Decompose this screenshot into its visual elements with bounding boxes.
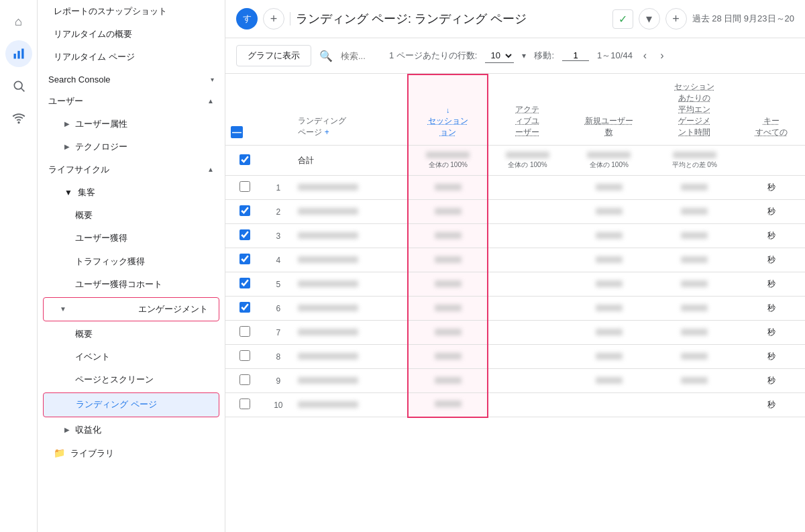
- total-label: 合計: [298, 156, 314, 165]
- engagement-section-header[interactable]: ▼ エンゲージメント: [44, 298, 219, 321]
- row4-checkbox[interactable]: [239, 254, 250, 264]
- row6-cb-cell[interactable]: [225, 297, 264, 321]
- sidebar-item-acq-overview[interactable]: 概要: [38, 204, 225, 227]
- next-page-button[interactable]: ›: [657, 47, 666, 64]
- total-num-cell: [264, 146, 292, 176]
- sidebar-item-monetization[interactable]: ▶ 収益化: [38, 419, 225, 441]
- total-new-pct: 全体の 100%: [572, 160, 646, 170]
- sidebar-item-realtime-page[interactable]: リアルタイム ページ: [38, 46, 225, 68]
- search-input[interactable]: [341, 51, 381, 61]
- row10-cb-cell[interactable]: [225, 393, 264, 417]
- row1-sessions-cell: [408, 176, 488, 200]
- row2-num: 2: [264, 200, 292, 224]
- row5-page-cell: [292, 272, 408, 297]
- row6-key-cell: 秒: [738, 297, 805, 321]
- expand-mon: ▶: [64, 425, 70, 435]
- sidebar-item-landing-page[interactable]: ランディング ページ: [44, 393, 219, 416]
- sidebar-item-acquisition[interactable]: ▼ 集客: [38, 181, 225, 204]
- monetization-label: 収益化: [75, 424, 101, 436]
- sidebar-item-cohort[interactable]: ユーザー獲得コホート: [38, 273, 225, 296]
- row9-checkbox[interactable]: [239, 374, 250, 385]
- antenna-icon[interactable]: [5, 105, 32, 131]
- landing-page-item-highlighted[interactable]: ランディング ページ: [43, 392, 219, 417]
- col-header-engagement[interactable]: セッションあたりの平均エンゲージメント時間: [651, 74, 738, 146]
- row6-new-cell: [567, 297, 651, 321]
- total-checkbox-cell[interactable]: [225, 146, 264, 176]
- row2-new-bar: [596, 208, 623, 215]
- add-report-button[interactable]: +: [263, 8, 284, 30]
- row1-checkbox[interactable]: [239, 181, 250, 192]
- engagement-label: エンゲージメント: [138, 303, 208, 315]
- search-console-section[interactable]: Search Console ▾: [38, 69, 225, 90]
- user-section-header[interactable]: ユーザー ▲: [38, 90, 225, 113]
- sidebar-item-technology[interactable]: ▶ テクノロジー: [38, 136, 225, 158]
- svg-rect-0: [13, 54, 15, 59]
- sidebar: レポートのスナップショット リアルタイムの概要 リアルタイム ページ Searc…: [38, 0, 225, 532]
- row6-sessions-bar: [435, 305, 462, 311]
- row7-cb-cell[interactable]: [225, 321, 264, 345]
- sidebar-item-realtime-overview[interactable]: リアルタイムの概要: [38, 23, 225, 46]
- row5-cb-cell[interactable]: [225, 272, 264, 297]
- row7-checkbox[interactable]: [239, 326, 250, 337]
- sidebar-item-user-acquisition[interactable]: ユーザー獲得: [38, 227, 225, 250]
- home-icon[interactable]: ⌂: [5, 8, 32, 35]
- sidebar-item-pages-screens[interactable]: ページとスクリーン: [38, 368, 225, 391]
- row2-key-cell: 秒: [738, 200, 805, 224]
- row4-cb-cell[interactable]: [225, 248, 264, 272]
- row9-active-cell: [488, 369, 566, 393]
- search-circle-icon[interactable]: [5, 72, 32, 99]
- sidebar-item-traffic[interactable]: トラフィック獲得: [38, 250, 225, 273]
- row9-cb-cell[interactable]: [225, 369, 264, 393]
- sidebar-item-user-attr[interactable]: ▶ ユーザー属性: [38, 113, 225, 136]
- col-header-active-users[interactable]: アクティブユーザー: [488, 74, 566, 146]
- row4-new-bar: [596, 256, 623, 263]
- sidebar-item-events[interactable]: イベント: [38, 345, 225, 368]
- row3-checkbox[interactable]: [239, 229, 250, 240]
- lifecycle-section-header[interactable]: ライフサイクル ▲: [38, 158, 225, 181]
- row2-cb-cell[interactable]: [225, 200, 264, 224]
- add-date-button[interactable]: ▾: [639, 8, 660, 30]
- select-all-checkbox[interactable]: —: [231, 126, 243, 138]
- graph-button[interactable]: グラフに表示: [236, 45, 311, 66]
- col-header-new-users[interactable]: 新規ユーザー数: [567, 74, 651, 146]
- expand-arrow: ▶: [64, 119, 70, 129]
- bar-chart-icon[interactable]: [5, 40, 32, 67]
- move-input[interactable]: [562, 50, 589, 61]
- row8-new-bar: [596, 353, 623, 360]
- row1-page-bar: [298, 184, 358, 191]
- total-row: 合計 全体の 100% 全体の 100% 全体の 100%: [225, 146, 805, 176]
- row6-eng-bar: [681, 305, 708, 311]
- row6-checkbox[interactable]: [239, 302, 250, 313]
- row5-checkbox[interactable]: [239, 278, 250, 288]
- row1-eng-bar: [681, 184, 708, 191]
- row10-page-bar: [298, 401, 358, 408]
- add-comparison-button[interactable]: +: [665, 8, 687, 30]
- lifecycle-arrow: ▲: [207, 166, 214, 173]
- row2-sessions-cell: [408, 200, 488, 224]
- total-checkbox[interactable]: [239, 154, 250, 165]
- row10-checkbox[interactable]: [239, 398, 250, 409]
- col-header-sessions[interactable]: ↓ セッションョン: [408, 74, 488, 146]
- row2-checkbox[interactable]: [239, 205, 250, 216]
- icon-rail: ⌂: [0, 0, 38, 532]
- row3-cb-cell[interactable]: [225, 224, 264, 248]
- sidebar-item-library[interactable]: 📁 ライブラリ: [38, 441, 225, 466]
- sidebar-item-snapshot[interactable]: レポートのスナップショット: [38, 0, 225, 23]
- row8-cb-cell[interactable]: [225, 345, 264, 369]
- row8-page-bar: [298, 353, 358, 360]
- row5-new-cell: [567, 272, 651, 297]
- row8-active-cell: [488, 345, 566, 369]
- sidebar-item-engagement-overview[interactable]: 概要: [38, 323, 225, 345]
- prev-page-button[interactable]: ‹: [641, 47, 649, 64]
- technology-label: テクノロジー: [75, 141, 127, 153]
- rows-per-page-select[interactable]: 10 25 50: [485, 48, 514, 63]
- row8-checkbox[interactable]: [239, 350, 250, 361]
- col-header-key[interactable]: キーすべての: [738, 74, 805, 146]
- date-range[interactable]: 過去 28 日間 9月23日～20: [692, 13, 794, 25]
- user-avatar[interactable]: す: [236, 8, 258, 30]
- search-icon: 🔍: [319, 50, 333, 62]
- row1-cb-cell[interactable]: [225, 176, 264, 200]
- row3-new-cell: [567, 224, 651, 248]
- row8-sessions-cell: [408, 345, 488, 369]
- status-check[interactable]: ✓: [612, 9, 633, 29]
